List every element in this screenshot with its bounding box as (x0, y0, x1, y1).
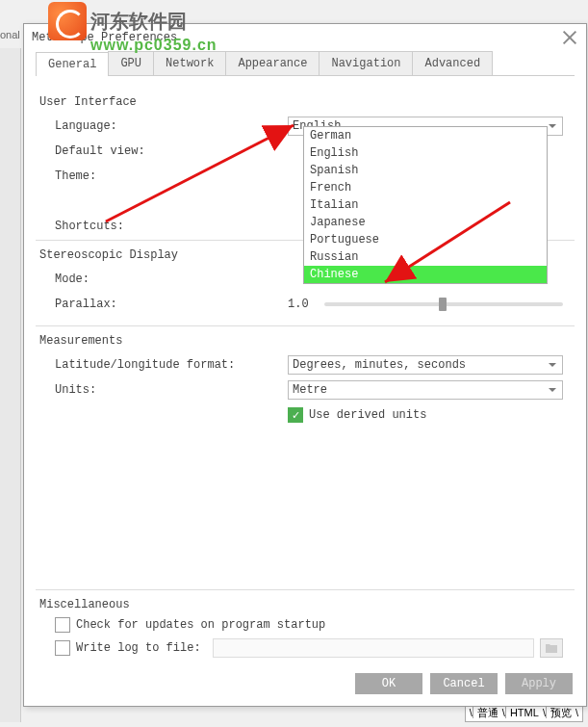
ok-button[interactable]: OK (355, 673, 422, 694)
lang-option[interactable]: English (304, 144, 547, 162)
derived-units-checkbox[interactable] (288, 407, 303, 423)
theme-label: Theme: (47, 169, 288, 183)
check-updates-label: Check for updates on program startup (76, 618, 325, 632)
tab-appearance[interactable]: Appearance (225, 51, 320, 75)
bg-left-rail (0, 48, 21, 722)
lang-option[interactable]: French (304, 179, 547, 196)
group-misc: Miscellaneous (39, 598, 563, 611)
latlon-combo[interactable]: Degrees, minutes, seconds (288, 355, 563, 375)
default-view-label: Default view: (47, 144, 288, 158)
lang-option[interactable]: Russian (304, 248, 547, 266)
lang-option[interactable]: Portuguese (304, 231, 547, 248)
slider-thumb[interactable] (439, 298, 447, 311)
derived-units-label: Use derived units (309, 408, 426, 422)
language-label: Language: (47, 119, 288, 133)
lang-option-selected[interactable]: Chinese (304, 266, 547, 283)
cancel-button[interactable]: Cancel (430, 673, 498, 694)
shortcuts-label: Shortcuts: (47, 220, 288, 233)
close-icon[interactable] (561, 29, 578, 46)
lang-option[interactable]: Spanish (304, 162, 547, 179)
folder-icon (545, 642, 558, 654)
dialog-titlebar: Metashape Preferences (24, 24, 586, 51)
lang-option[interactable]: Japanese (304, 214, 547, 231)
group-user-interface: User Interface (39, 95, 563, 109)
write-log-label: Write log to file: (76, 641, 201, 655)
write-log-checkbox[interactable] (55, 640, 70, 656)
latlon-label: Latitude/longitude format: (47, 358, 288, 372)
mode-label: Mode: (47, 273, 288, 286)
tab-advanced[interactable]: Advanced (412, 51, 493, 75)
parallax-value: 1.0 (288, 298, 317, 311)
units-label: Units: (47, 383, 288, 397)
apply-button[interactable]: Apply (505, 673, 573, 694)
tab-bar: General GPU Network Appearance Navigatio… (36, 51, 575, 76)
log-file-input[interactable] (213, 638, 534, 658)
tab-network[interactable]: Network (153, 51, 226, 75)
preferences-dialog: Metashape Preferences General GPU Networ… (23, 23, 587, 707)
parallax-label: Parallax: (47, 298, 288, 311)
bg-title-fragment: onal (0, 29, 20, 40)
tab-navigation[interactable]: Navigation (319, 51, 413, 75)
tab-gpu[interactable]: GPU (108, 51, 154, 75)
lang-option[interactable]: Italian (304, 196, 547, 214)
dialog-title: Metashape Preferences (32, 31, 561, 44)
dialog-content: User Interface Language: English Default… (24, 76, 586, 673)
parallax-slider[interactable] (324, 302, 563, 306)
dialog-buttons: OK Cancel Apply (355, 673, 573, 694)
tab-general[interactable]: General (36, 52, 109, 76)
group-measurements: Measurements (39, 334, 563, 348)
browse-folder-button[interactable] (540, 638, 563, 658)
language-dropdown[interactable]: German English Spanish French Italian Ja… (303, 126, 548, 284)
check-updates-checkbox[interactable] (55, 617, 70, 633)
lang-option[interactable]: German (304, 127, 547, 144)
units-combo[interactable]: Metre (288, 380, 563, 400)
